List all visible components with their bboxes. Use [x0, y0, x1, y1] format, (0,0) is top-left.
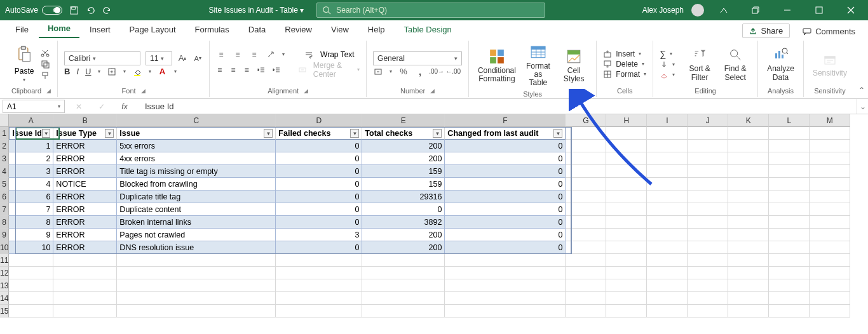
cell[interactable]: Issue Type▼ — [53, 127, 117, 140]
cell[interactable] — [9, 279, 53, 292]
cell[interactable] — [445, 267, 566, 279]
autosave-toggle[interactable]: AutoSave Off — [5, 6, 62, 15]
cell[interactable]: ERROR — [53, 152, 117, 165]
cell[interactable]: 200 — [362, 241, 445, 254]
column-header[interactable]: J — [688, 114, 728, 127]
cell[interactable] — [728, 241, 769, 254]
cell[interactable] — [728, 178, 769, 190]
cell[interactable] — [117, 279, 276, 292]
insert-cells-button[interactable]: Insert ▾ — [603, 50, 646, 58]
cell[interactable] — [566, 241, 606, 254]
cell[interactable] — [276, 292, 362, 305]
cell[interactable]: Issue Id▼ — [9, 127, 53, 140]
number-launcher-icon[interactable]: ◢ — [430, 88, 435, 94]
column-header[interactable]: E — [362, 114, 445, 127]
cell[interactable] — [728, 305, 769, 317]
row-header[interactable]: 8 — [0, 216, 9, 229]
cell[interactable] — [688, 267, 728, 279]
cell[interactable] — [647, 229, 688, 241]
document-title[interactable]: Site Issues in Audit - Table ▾ — [208, 6, 304, 15]
cell[interactable]: Duplicate title tag — [117, 190, 276, 203]
fill-button[interactable]: ▾ — [660, 60, 675, 69]
cell[interactable] — [606, 203, 647, 216]
cell[interactable]: 0 — [445, 165, 566, 178]
tab-file[interactable]: File — [6, 22, 37, 38]
tab-review[interactable]: Review — [276, 22, 321, 38]
cell[interactable] — [769, 305, 810, 317]
cell[interactable] — [606, 140, 647, 152]
font-launcher-icon[interactable]: ◢ — [141, 88, 146, 94]
cell[interactable] — [362, 279, 445, 292]
cell[interactable] — [769, 279, 810, 292]
cell[interactable] — [566, 292, 606, 305]
cell[interactable] — [810, 292, 850, 305]
cell[interactable] — [810, 165, 850, 178]
cell[interactable] — [9, 305, 53, 317]
cell[interactable] — [728, 229, 769, 241]
cell[interactable] — [566, 229, 606, 241]
cell[interactable] — [647, 241, 688, 254]
cell[interactable] — [276, 279, 362, 292]
tab-home[interactable]: Home — [39, 21, 79, 38]
tab-view[interactable]: View — [322, 22, 358, 38]
cell[interactable]: Duplicate content — [117, 203, 276, 216]
cell[interactable]: ERROR — [53, 241, 117, 254]
tab-data[interactable]: Data — [240, 22, 275, 38]
cell[interactable] — [810, 279, 850, 292]
enter-formula-icon[interactable]: ✓ — [93, 102, 111, 111]
cell[interactable] — [688, 305, 728, 317]
cell[interactable] — [606, 152, 647, 165]
cell[interactable] — [362, 305, 445, 317]
borders-icon[interactable] — [107, 67, 117, 77]
font-color-icon[interactable]: A — [158, 67, 168, 77]
cell[interactable] — [688, 279, 728, 292]
cell[interactable] — [9, 292, 53, 305]
cell[interactable] — [606, 216, 647, 229]
cell[interactable]: ERROR — [53, 190, 117, 203]
row-header[interactable]: 5 — [0, 178, 9, 190]
cell[interactable] — [606, 292, 647, 305]
cell[interactable] — [688, 178, 728, 190]
cell[interactable] — [566, 165, 606, 178]
share-button[interactable]: Share — [742, 23, 790, 38]
tab-help[interactable]: Help — [359, 22, 394, 38]
row-header[interactable]: 6 — [0, 190, 9, 203]
cell[interactable] — [53, 305, 117, 317]
cell[interactable]: Title tag is missing or empty — [117, 165, 276, 178]
conditional-formatting-button[interactable]: Conditional Formatting — [475, 46, 519, 84]
cell[interactable]: 3 — [276, 229, 362, 241]
align-right-icon[interactable]: ≡ — [243, 65, 250, 75]
cell[interactable] — [117, 292, 276, 305]
row-header[interactable]: 11 — [0, 254, 9, 267]
cell[interactable]: 0 — [276, 203, 362, 216]
cell[interactable] — [566, 216, 606, 229]
cell[interactable]: 0 — [445, 152, 566, 165]
increase-decimal-icon[interactable]: .00→ — [431, 67, 442, 77]
cell[interactable]: 3 — [9, 165, 53, 178]
filter-dropdown-icon[interactable]: ▼ — [350, 129, 359, 138]
cell[interactable]: 0 — [276, 152, 362, 165]
cell[interactable]: 200 — [362, 140, 445, 152]
cell[interactable] — [117, 267, 276, 279]
delete-cells-button[interactable]: Delete ▾ — [603, 60, 646, 69]
merge-icon[interactable] — [298, 65, 307, 75]
cell[interactable] — [445, 305, 566, 317]
cell[interactable] — [728, 203, 769, 216]
cell[interactable] — [9, 254, 53, 267]
cell[interactable] — [647, 254, 688, 267]
cell[interactable] — [688, 152, 728, 165]
sort-filter-button[interactable]: Sort & Filter — [684, 44, 715, 83]
cell[interactable]: 0 — [276, 178, 362, 190]
cell[interactable] — [445, 292, 566, 305]
cell[interactable] — [769, 254, 810, 267]
cell[interactable]: 4xx errors — [117, 152, 276, 165]
save-icon[interactable] — [69, 5, 79, 15]
cell[interactable] — [810, 140, 850, 152]
align-top-icon[interactable]: ≡ — [216, 50, 226, 60]
cell[interactable] — [688, 140, 728, 152]
cell[interactable] — [810, 152, 850, 165]
cell[interactable] — [728, 140, 769, 152]
cell[interactable] — [445, 254, 566, 267]
cell[interactable] — [688, 190, 728, 203]
underline-button[interactable]: U — [85, 67, 91, 76]
